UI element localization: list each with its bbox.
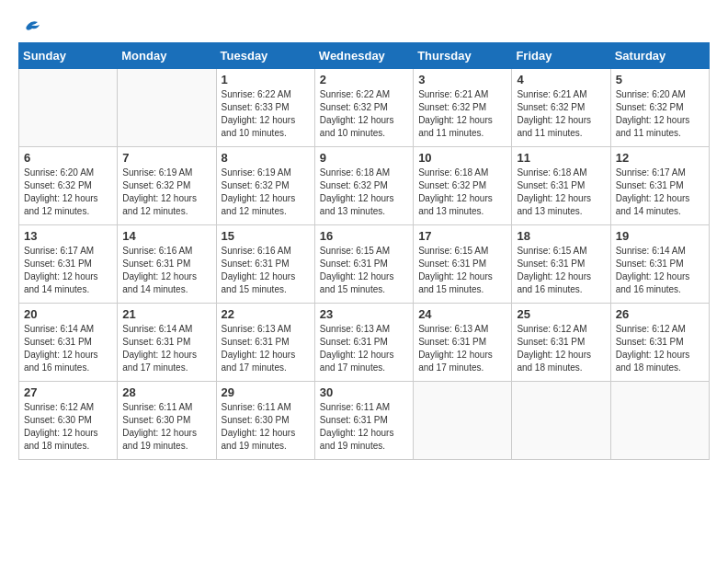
calendar-cell: 10Sunrise: 6:18 AMSunset: 6:32 PMDayligh… [414, 147, 512, 225]
day-detail: Sunrise: 6:18 AMSunset: 6:32 PMDaylight:… [418, 167, 506, 218]
day-number: 3 [418, 73, 506, 86]
day-number: 4 [517, 73, 605, 86]
day-number: 24 [418, 307, 506, 321]
day-detail: Sunrise: 6:18 AMSunset: 6:31 PMDaylight:… [517, 167, 605, 218]
calendar-cell [414, 382, 512, 460]
day-detail: Sunrise: 6:21 AMSunset: 6:32 PMDaylight:… [517, 88, 605, 140]
calendar-week-row: 1Sunrise: 6:22 AMSunset: 6:33 PMDaylight… [19, 69, 710, 147]
calendar-cell: 12Sunrise: 6:17 AMSunset: 6:31 PMDayligh… [610, 147, 709, 225]
weekday-header: Sunday [19, 43, 118, 69]
calendar-cell: 1Sunrise: 6:22 AMSunset: 6:33 PMDaylight… [216, 69, 314, 147]
day-number: 17 [418, 229, 506, 243]
day-detail: Sunrise: 6:17 AMSunset: 6:31 PMDaylight:… [616, 167, 704, 218]
calendar-cell: 29Sunrise: 6:11 AMSunset: 6:30 PMDayligh… [216, 382, 314, 460]
day-number: 2 [320, 73, 408, 86]
day-number: 9 [320, 151, 408, 165]
calendar-cell: 15Sunrise: 6:16 AMSunset: 6:31 PMDayligh… [216, 225, 314, 304]
day-detail: Sunrise: 6:15 AMSunset: 6:31 PMDaylight:… [320, 245, 408, 296]
day-number: 5 [616, 73, 704, 86]
calendar-cell: 27Sunrise: 6:12 AMSunset: 6:30 PMDayligh… [19, 382, 118, 460]
calendar-cell: 17Sunrise: 6:15 AMSunset: 6:31 PMDayligh… [414, 225, 512, 304]
calendar-week-row: 13Sunrise: 6:17 AMSunset: 6:31 PMDayligh… [19, 225, 710, 304]
day-number: 14 [122, 229, 210, 243]
day-detail: Sunrise: 6:17 AMSunset: 6:31 PMDaylight:… [24, 245, 112, 296]
day-detail: Sunrise: 6:22 AMSunset: 6:33 PMDaylight:… [222, 88, 310, 140]
day-number: 11 [517, 151, 605, 165]
calendar-cell: 13Sunrise: 6:17 AMSunset: 6:31 PMDayligh… [19, 225, 118, 304]
day-detail: Sunrise: 6:12 AMSunset: 6:31 PMDaylight:… [517, 323, 605, 374]
calendar-week-row: 27Sunrise: 6:12 AMSunset: 6:30 PMDayligh… [19, 382, 710, 460]
day-number: 30 [320, 385, 408, 399]
day-number: 26 [616, 307, 704, 321]
day-number: 6 [24, 151, 112, 165]
day-number: 15 [222, 229, 310, 243]
day-detail: Sunrise: 6:15 AMSunset: 6:31 PMDaylight:… [517, 245, 605, 296]
day-detail: Sunrise: 6:12 AMSunset: 6:31 PMDaylight:… [616, 323, 704, 374]
calendar-cell [19, 69, 118, 147]
day-number: 13 [24, 229, 112, 243]
day-detail: Sunrise: 6:14 AMSunset: 6:31 PMDaylight:… [24, 323, 112, 374]
weekday-header: Monday [118, 43, 216, 69]
calendar-cell: 20Sunrise: 6:14 AMSunset: 6:31 PMDayligh… [19, 304, 118, 382]
day-number: 8 [222, 151, 310, 165]
logo [18, 18, 41, 33]
calendar-cell: 4Sunrise: 6:21 AMSunset: 6:32 PMDaylight… [512, 69, 610, 147]
day-detail: Sunrise: 6:14 AMSunset: 6:31 PMDaylight:… [616, 245, 704, 296]
day-detail: Sunrise: 6:11 AMSunset: 6:30 PMDaylight:… [222, 401, 310, 453]
day-detail: Sunrise: 6:18 AMSunset: 6:32 PMDaylight:… [320, 167, 408, 218]
day-number: 22 [222, 307, 310, 321]
day-number: 25 [517, 307, 605, 321]
calendar-cell: 16Sunrise: 6:15 AMSunset: 6:31 PMDayligh… [314, 225, 413, 304]
day-detail: Sunrise: 6:16 AMSunset: 6:31 PMDaylight:… [122, 245, 210, 296]
day-detail: Sunrise: 6:13 AMSunset: 6:31 PMDaylight:… [222, 323, 310, 374]
day-number: 12 [616, 151, 704, 165]
calendar-cell: 21Sunrise: 6:14 AMSunset: 6:31 PMDayligh… [118, 304, 216, 382]
weekday-header: Friday [512, 43, 610, 69]
calendar-week-row: 6Sunrise: 6:20 AMSunset: 6:32 PMDaylight… [19, 147, 710, 225]
weekday-header: Tuesday [216, 43, 314, 69]
calendar-cell: 6Sunrise: 6:20 AMSunset: 6:32 PMDaylight… [19, 147, 118, 225]
day-detail: Sunrise: 6:20 AMSunset: 6:32 PMDaylight:… [24, 167, 112, 218]
calendar-cell: 8Sunrise: 6:19 AMSunset: 6:32 PMDaylight… [216, 147, 314, 225]
day-detail: Sunrise: 6:16 AMSunset: 6:31 PMDaylight:… [222, 245, 310, 296]
weekday-header: Thursday [414, 43, 512, 69]
day-detail: Sunrise: 6:19 AMSunset: 6:32 PMDaylight:… [222, 167, 310, 218]
day-number: 29 [222, 385, 310, 399]
calendar-cell: 5Sunrise: 6:20 AMSunset: 6:32 PMDaylight… [610, 69, 709, 147]
day-detail: Sunrise: 6:12 AMSunset: 6:30 PMDaylight:… [24, 401, 112, 453]
calendar-cell: 22Sunrise: 6:13 AMSunset: 6:31 PMDayligh… [216, 304, 314, 382]
logo-bird-icon [21, 20, 41, 37]
page-header [18, 18, 710, 33]
calendar-cell: 19Sunrise: 6:14 AMSunset: 6:31 PMDayligh… [610, 225, 709, 304]
day-detail: Sunrise: 6:11 AMSunset: 6:30 PMDaylight:… [122, 401, 210, 453]
calendar-cell: 14Sunrise: 6:16 AMSunset: 6:31 PMDayligh… [118, 225, 216, 304]
weekday-header: Wednesday [314, 43, 413, 69]
calendar-cell: 18Sunrise: 6:15 AMSunset: 6:31 PMDayligh… [512, 225, 610, 304]
day-number: 1 [222, 73, 310, 86]
calendar-cell: 7Sunrise: 6:19 AMSunset: 6:32 PMDaylight… [118, 147, 216, 225]
calendar-cell: 11Sunrise: 6:18 AMSunset: 6:31 PMDayligh… [512, 147, 610, 225]
calendar-cell: 26Sunrise: 6:12 AMSunset: 6:31 PMDayligh… [610, 304, 709, 382]
day-number: 28 [122, 385, 210, 399]
calendar-table: SundayMondayTuesdayWednesdayThursdayFrid… [18, 42, 710, 460]
day-detail: Sunrise: 6:15 AMSunset: 6:31 PMDaylight:… [418, 245, 506, 296]
day-detail: Sunrise: 6:13 AMSunset: 6:31 PMDaylight:… [418, 323, 506, 374]
calendar-week-row: 20Sunrise: 6:14 AMSunset: 6:31 PMDayligh… [19, 304, 710, 382]
day-detail: Sunrise: 6:14 AMSunset: 6:31 PMDaylight:… [122, 323, 210, 374]
day-number: 10 [418, 151, 506, 165]
calendar-cell [512, 382, 610, 460]
weekday-header: Saturday [610, 43, 709, 69]
day-number: 18 [517, 229, 605, 243]
day-detail: Sunrise: 6:11 AMSunset: 6:31 PMDaylight:… [320, 401, 408, 453]
day-number: 27 [24, 385, 112, 399]
day-number: 23 [320, 307, 408, 321]
day-number: 7 [122, 151, 210, 165]
day-detail: Sunrise: 6:19 AMSunset: 6:32 PMDaylight:… [122, 167, 210, 218]
day-number: 21 [122, 307, 210, 321]
day-detail: Sunrise: 6:22 AMSunset: 6:32 PMDaylight:… [320, 88, 408, 140]
day-number: 20 [24, 307, 112, 321]
calendar-cell [118, 69, 216, 147]
day-detail: Sunrise: 6:20 AMSunset: 6:32 PMDaylight:… [616, 88, 704, 140]
calendar-cell: 3Sunrise: 6:21 AMSunset: 6:32 PMDaylight… [414, 69, 512, 147]
calendar-cell [610, 382, 709, 460]
